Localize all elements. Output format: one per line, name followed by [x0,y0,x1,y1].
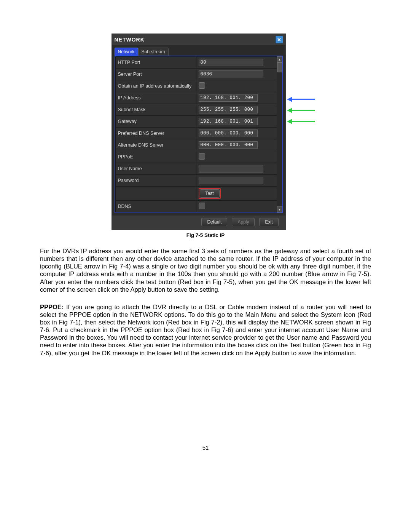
tab-substream[interactable]: Sub-stream [138,48,169,56]
input-subnet-mask[interactable] [199,106,258,113]
test-highlight: Test [199,188,221,199]
label-pref-dns: Preferred DNS Server [115,128,196,139]
label-http-port: HTTP Port [115,57,196,69]
pppoe-heading: PPPOE: [40,304,64,310]
row-pref-dns: Preferred DNS Server [115,128,277,139]
apply-button[interactable]: Apply [232,218,255,226]
row-alt-dns: Alternate DNS Server [115,139,277,151]
label-pppoe: PPPoE [115,151,196,163]
label-user-name: User Name [115,163,196,175]
label-ddns: DDNS [115,201,196,212]
scroll-down-icon[interactable]: ▼ [277,206,282,212]
row-user-name: User Name [115,163,277,175]
label-auto-ip: Obtain an IP address automatically [115,80,196,92]
scroll-thumb[interactable] [277,62,282,72]
input-http-port[interactable] [199,59,263,66]
scrollbar-vertical[interactable]: ▲ ▼ [277,56,282,212]
settings-panel: HTTP Port Server Port Obtain an IP addre… [115,56,283,213]
figure-container: NETWORK ✕ Network Sub-stream HTTP Port S… [112,34,300,230]
row-subnet-mask: Subnet Mask [115,104,277,116]
input-ip-address[interactable] [199,94,258,102]
checkbox-ddns[interactable] [199,203,205,209]
checkbox-pppoe[interactable] [199,153,205,160]
label-password: Password [115,175,196,187]
tab-network[interactable]: Network [115,48,138,56]
scroll-track[interactable] [277,72,282,206]
label-ip-address: IP Address [115,92,196,104]
test-button[interactable]: Test [200,189,220,198]
close-icon[interactable]: ✕ [276,36,283,43]
label-gateway: Gateway [115,116,196,128]
paragraph-pppoe: PPPOE: If you are going to attach the DV… [40,303,371,357]
network-dialog: NETWORK ✕ Network Sub-stream HTTP Port S… [112,34,286,230]
input-password[interactable] [199,177,263,184]
row-gateway: Gateway [115,116,277,128]
input-server-port[interactable] [199,70,263,78]
label-alt-dns: Alternate DNS Server [115,139,196,151]
row-server-port: Server Port [115,69,277,80]
page-number: 51 [40,444,371,451]
exit-button[interactable]: Exit [259,218,278,226]
title-bar: NETWORK ✕ [112,34,285,45]
tab-row: Network Sub-stream [112,45,285,56]
pppoe-body: If you are going to attach the DVR direc… [40,304,371,356]
label-server-port: Server Port [115,69,196,80]
label-subnet-mask: Subnet Mask [115,104,196,116]
document-page: NETWORK ✕ Network Sub-stream HTTP Port S… [0,0,411,474]
row-ip-address: IP Address [115,92,277,104]
default-button[interactable]: Default [201,218,227,226]
row-test: Test [115,187,277,201]
row-auto-ip: Obtain an IP address automatically [115,80,277,92]
settings-table: HTTP Port Server Port Obtain an IP addre… [115,56,277,212]
row-ddns: DDNS [115,201,277,212]
row-http-port: HTTP Port [115,57,277,69]
input-gateway[interactable] [199,118,258,125]
window-title: NETWORK [115,37,145,43]
figure-caption: Fig 7-5 Static IP [40,232,371,238]
paragraph-static-ip: For the DVRs IP address you would enter … [40,247,371,293]
scroll-up-icon[interactable]: ▲ [277,56,282,62]
row-pppoe: PPPoE [115,151,277,163]
input-alt-dns[interactable] [199,141,258,149]
input-pref-dns[interactable] [199,129,258,137]
checkbox-auto-ip[interactable] [199,82,205,89]
row-password: Password [115,175,277,187]
input-user-name[interactable] [199,165,263,173]
dialog-footer: Default Apply Exit [112,216,285,229]
